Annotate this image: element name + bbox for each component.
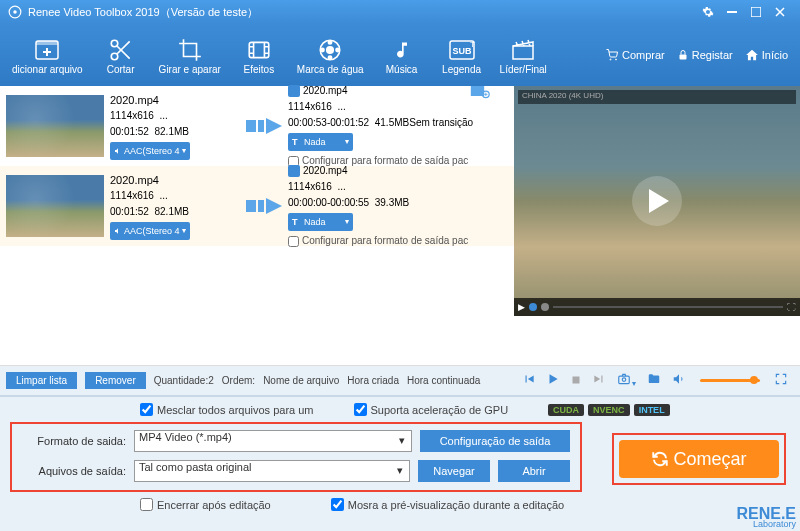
file-list: 2020.mp4 1114x616 ... 00:01:52 82.1MB AA… — [0, 86, 514, 395]
play-button[interactable] — [546, 372, 560, 390]
svg-point-13 — [329, 55, 332, 58]
home-icon — [745, 48, 759, 62]
svg-point-7 — [111, 53, 118, 60]
svg-rect-21 — [679, 55, 686, 60]
audio-track-dropdown[interactable]: AAC(Stereo 4▾ — [110, 222, 190, 240]
speaker-icon — [114, 227, 122, 235]
svg-rect-24 — [573, 376, 580, 383]
sort-by-mtime[interactable]: Hora continuada — [407, 375, 480, 386]
maximize-button[interactable] — [744, 2, 768, 22]
output-format-checkbox[interactable]: Configurar para formato de saída pac — [288, 233, 498, 249]
volume-button[interactable] — [672, 372, 686, 390]
format-label: Formato de saida: — [22, 435, 126, 447]
preview-controls: ▾ — [514, 365, 800, 395]
home-link[interactable]: Início — [745, 48, 788, 62]
file-row[interactable]: 2020.mp4 1114x616 ... 00:01:52 82.1MB AA… — [0, 166, 514, 246]
watermark-icon — [317, 36, 343, 64]
minimize-button[interactable] — [720, 2, 744, 22]
music-button[interactable]: Música — [372, 32, 432, 79]
svg-rect-5 — [36, 41, 58, 45]
crop-icon — [177, 36, 203, 64]
edit-icon[interactable] — [288, 165, 300, 177]
gpu-badges: CUDA NVENC INTEL — [548, 404, 670, 416]
add-output-icon[interactable] — [470, 83, 490, 99]
svg-point-14 — [321, 48, 324, 51]
svg-text:T: T — [470, 40, 475, 49]
rotate-crop-button[interactable]: Girar e aparar — [151, 32, 229, 79]
svg-point-11 — [329, 40, 332, 43]
stop-button[interactable] — [570, 372, 582, 390]
merge-checkbox[interactable]: Mesclar todos arquivos para um — [140, 403, 314, 416]
effects-button[interactable]: Efeitos — [229, 32, 289, 79]
svg-point-26 — [622, 377, 626, 381]
edit-icon[interactable] — [288, 85, 300, 97]
prev-button[interactable] — [522, 372, 536, 390]
open-button[interactable]: Abrir — [498, 460, 570, 482]
list-controls: Limpar lista Remover Quantidade:2Ordem: … — [0, 365, 514, 395]
audio-track-dropdown[interactable]: AAC(Stereo 4▾ — [110, 142, 190, 160]
add-file-button[interactable]: dicionar arquivo — [4, 32, 91, 79]
brand-logo: RENE.E Laboratory — [736, 509, 796, 529]
close-button[interactable] — [768, 2, 792, 22]
close-after-checkbox[interactable]: Encerrar após editação — [140, 498, 271, 511]
clear-list-button[interactable]: Limpar lista — [6, 372, 77, 389]
intro-outro-button[interactable]: Líder/Final — [492, 32, 555, 79]
volume-slider[interactable] — [700, 379, 760, 382]
lock-icon — [677, 48, 689, 62]
sort-by-ctime[interactable]: Hora criada — [347, 375, 399, 386]
start-button[interactable]: Começar — [619, 440, 779, 478]
preview-panel: CHINA 2020 (4K UHD) ▶⛶ ▾ — [514, 86, 800, 395]
preview-during-checkbox[interactable]: Mosra a pré-visualização durante a edita… — [331, 498, 564, 511]
svg-rect-18 — [513, 46, 533, 59]
bottom-panel: Mesclar todos arquivos para um Suporta a… — [0, 395, 800, 531]
start-box: Começar — [612, 433, 786, 485]
fullscreen-button[interactable] — [774, 372, 788, 390]
add-file-icon — [32, 36, 62, 64]
scissors-icon — [108, 36, 134, 64]
subtitle-icon: SUBT — [448, 36, 476, 64]
svg-rect-2 — [727, 11, 737, 13]
sort-by-name[interactable]: Nome de arquivo — [263, 375, 339, 386]
output-config-button[interactable]: Configuração de saída — [420, 430, 570, 452]
cut-button[interactable]: Cortar — [91, 32, 151, 79]
preview-caption: CHINA 2020 (4K UHD) — [518, 90, 796, 104]
svg-rect-25 — [619, 376, 630, 384]
svg-point-20 — [615, 59, 616, 60]
preview-video[interactable]: CHINA 2020 (4K UHD) ▶⛶ — [514, 86, 800, 316]
snapshot-button[interactable]: ▾ — [616, 372, 636, 390]
outdir-select[interactable]: Tal como pasta original — [134, 460, 410, 482]
arrow-icon — [240, 196, 288, 216]
format-select[interactable]: MP4 Video (*.mp4) — [134, 430, 412, 452]
gpu-checkbox[interactable]: Suporta aceleração de GPU — [354, 403, 509, 416]
app-logo-icon — [8, 5, 22, 19]
arrow-icon — [240, 116, 288, 136]
subtitle-dropdown[interactable]: T Nada ▾ — [288, 133, 353, 151]
register-link[interactable]: Registar — [677, 48, 733, 62]
buy-link[interactable]: Comprar — [605, 49, 665, 61]
open-folder-button[interactable] — [646, 372, 662, 390]
output-info: 2020.mp4 1114x616 ... 00:00:53-00:01:52 … — [288, 83, 498, 169]
svg-point-6 — [111, 40, 118, 47]
video-thumbnail — [6, 175, 104, 237]
output-info: 2020.mp4 1114x616 ... 00:00:00-00:00:55 … — [288, 163, 498, 249]
video-thumbnail — [6, 95, 104, 157]
file-row[interactable]: 2020.mp4 1114x616 ... 00:01:52 82.1MB AA… — [0, 86, 514, 166]
svg-rect-8 — [249, 42, 269, 57]
source-info: 2020.mp4 1114x616 ... 00:01:52 82.1MB AA… — [110, 172, 240, 240]
play-overlay-icon[interactable] — [632, 176, 682, 226]
subtitle-dropdown[interactable]: T Nada ▾ — [288, 213, 353, 231]
remove-button[interactable]: Remover — [85, 372, 146, 389]
browse-button[interactable]: Navegar — [418, 460, 490, 482]
subtitle-button[interactable]: SUBT Legenda — [432, 32, 492, 79]
watermark-button[interactable]: Marca de água — [289, 32, 372, 79]
source-info: 2020.mp4 1114x616 ... 00:01:52 82.1MB AA… — [110, 92, 240, 160]
titlebar: Renee Video Toolbox 2019（Versão de teste… — [0, 0, 800, 24]
clapperboard-icon — [510, 36, 536, 64]
svg-point-19 — [610, 59, 611, 60]
next-button[interactable] — [592, 372, 606, 390]
svg-point-1 — [13, 10, 17, 14]
quantity-label: Quantidade:2 — [154, 375, 214, 386]
settings-icon[interactable] — [696, 2, 720, 22]
output-settings-box: Formato de saida: MP4 Video (*.mp4) Conf… — [10, 422, 582, 492]
main-toolbar: dicionar arquivo Cortar Girar e aparar E… — [0, 24, 800, 86]
